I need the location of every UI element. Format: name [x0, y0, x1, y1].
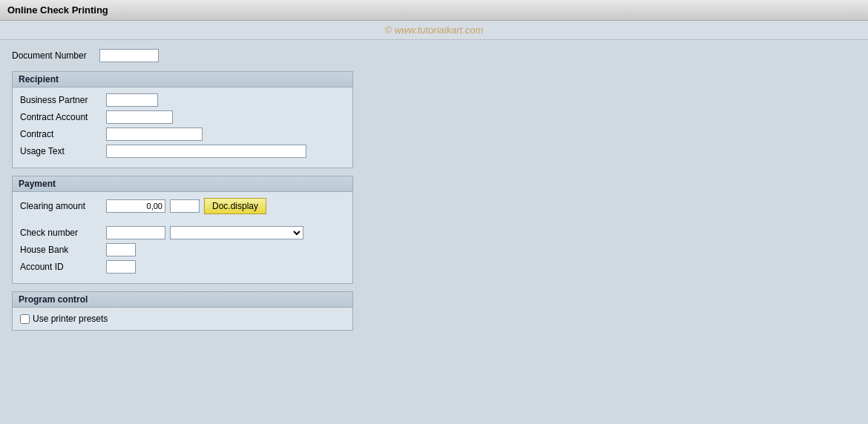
document-number-label: Document Number [12, 50, 93, 61]
watermark-text: © www.tutorialkart.com [384, 24, 483, 36]
recipient-header: Recipient [13, 72, 352, 87]
check-number-input[interactable] [106, 226, 165, 239]
clearing-amount-label: Clearing amount [20, 201, 102, 211]
account-id-label: Account ID [20, 262, 102, 272]
contract-label: Contract [20, 129, 102, 139]
check-number-label: Check number [20, 228, 102, 238]
clearing-amount-extra-input[interactable] [170, 199, 200, 213]
recipient-section: Recipient Business Partner Contract Acco… [12, 71, 353, 168]
usage-text-label: Usage Text [20, 146, 102, 156]
use-printer-presets-checkbox[interactable] [20, 314, 30, 324]
contract-input[interactable] [106, 127, 203, 141]
payment-section: Payment Clearing amount Doc.display Chec… [12, 176, 353, 284]
house-bank-label: House Bank [20, 245, 102, 255]
business-partner-input[interactable] [106, 93, 158, 107]
doc-display-button[interactable]: Doc.display [204, 198, 266, 214]
program-control-header: Program control [13, 292, 352, 308]
program-control-section: Program control Use printer presets [12, 291, 353, 331]
use-printer-presets-label: Use printer presets [33, 314, 108, 324]
contract-account-input[interactable] [106, 110, 173, 124]
watermark-bar: © www.tutorialkart.com [0, 21, 868, 40]
account-id-input[interactable] [106, 260, 136, 274]
title-bar: Online Check Printing [0, 0, 868, 21]
usage-text-input[interactable] [106, 145, 306, 158]
business-partner-label: Business Partner [20, 95, 102, 105]
contract-account-label: Contract Account [20, 112, 102, 122]
clearing-amount-input[interactable] [106, 199, 165, 213]
app-title: Online Check Printing [7, 4, 108, 16]
document-number-input[interactable] [99, 49, 159, 62]
check-number-dropdown[interactable] [170, 226, 303, 239]
house-bank-input[interactable] [106, 243, 136, 256]
payment-header: Payment [13, 176, 352, 192]
